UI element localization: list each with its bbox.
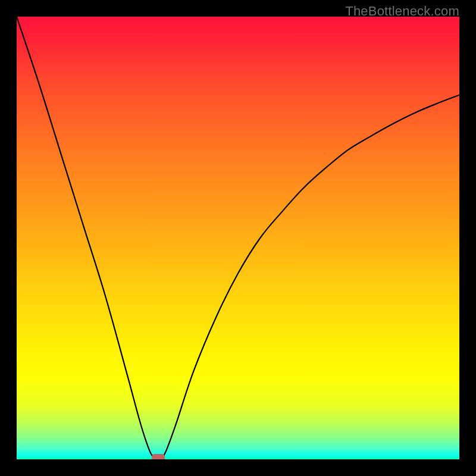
watermark-text: TheBottleneck.com (345, 4, 459, 19)
bottleneck-curve (17, 17, 459, 459)
plot-area (17, 17, 459, 459)
chart-container: TheBottleneck.com (0, 0, 476, 476)
minimum-marker (152, 454, 165, 459)
curve-layer (17, 17, 459, 459)
